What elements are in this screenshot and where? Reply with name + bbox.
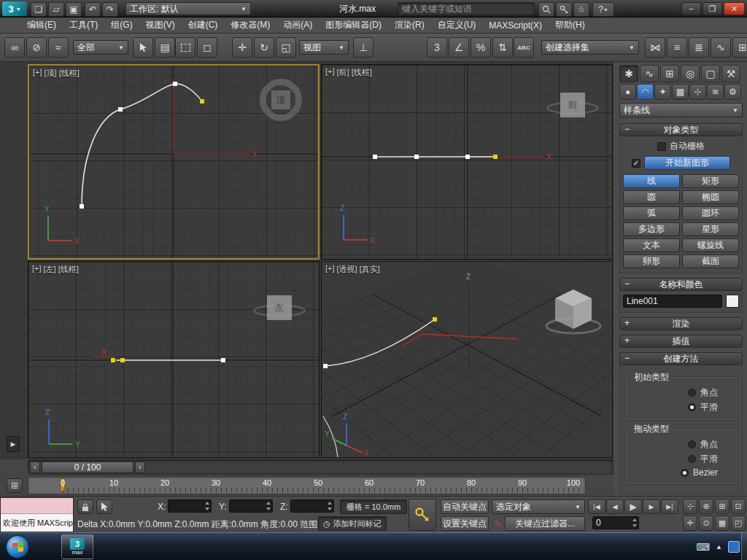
viewcube[interactable]: 前 (560, 93, 585, 117)
spinner-snap-button[interactable]: ⇅ (492, 37, 513, 58)
unlink-selection-button[interactable]: ⊘ (26, 37, 47, 58)
current-frame-field[interactable]: 0 (592, 516, 639, 529)
select-and-link-button[interactable]: ∞ (4, 37, 25, 58)
menu-modifiers[interactable]: 修改器(M) (224, 19, 276, 31)
spline-vertex-selected[interactable] (111, 358, 115, 362)
orbit-button[interactable]: ✛ (683, 516, 697, 531)
open-file-button[interactable]: ▱ (48, 2, 64, 17)
help-menu-button[interactable]: ?▼ (592, 2, 614, 17)
rollout-rendering-header[interactable]: + 渲染 (619, 317, 743, 330)
window-crossing-toggle[interactable]: ◻ (197, 37, 217, 58)
tab-display[interactable]: ▢ (701, 65, 720, 82)
search-input[interactable]: 键入关键字或短语 (398, 2, 535, 15)
zoom-extents-button[interactable]: ⊡ (731, 499, 746, 514)
play-button[interactable]: ▶ (624, 499, 642, 514)
angle-snap-button[interactable]: ∠ (449, 37, 469, 58)
x-coordinate-field[interactable] (168, 499, 212, 513)
undo-button[interactable]: ↶ (85, 2, 101, 17)
viewport-menu-shading[interactable]: [真实] (360, 264, 380, 275)
subtab-space-warps[interactable]: ≋ (707, 84, 724, 100)
menu-animation[interactable]: 动画(A) (276, 19, 319, 31)
time-slider-handle[interactable]: 0 / 100 (42, 462, 133, 473)
set-key-mode-button[interactable] (409, 499, 436, 531)
shape-button-ngon[interactable]: 多边形 (623, 222, 680, 236)
go-to-end-button[interactable]: ▶| (661, 499, 678, 514)
previous-frame-button[interactable]: ◀ (606, 499, 624, 514)
shape-button-helix[interactable]: 螺旋线 (682, 238, 739, 252)
viewport-menu-pov[interactable]: [顶] (44, 68, 57, 79)
named-selection-dropdown[interactable]: 创建选择集 ▼ (541, 40, 639, 55)
viewport-menu-general[interactable]: [+] (325, 264, 335, 275)
rollout-creation-method-header[interactable]: − 创建方法 (619, 352, 743, 365)
viewcube[interactable]: 左 (267, 295, 292, 320)
shape-button-donut[interactable]: 圆环 (682, 206, 739, 220)
viewport-menu-pov[interactable]: [前] (337, 67, 349, 78)
listener-macro-row[interactable] (1, 498, 73, 514)
radio-initial-smooth[interactable] (688, 403, 696, 411)
scene-explorer-expand-button[interactable]: ▶ (7, 436, 20, 452)
color-swatch[interactable] (726, 295, 739, 308)
tab-create[interactable]: ✱ (619, 65, 638, 82)
menu-create[interactable]: 创建(C) (182, 19, 225, 31)
workspace-dropdown[interactable]: 工作区: 默认 ▼ (125, 2, 251, 15)
shape-button-section[interactable]: 截面 (682, 254, 739, 268)
subtab-helpers[interactable]: ⊹ (689, 84, 706, 100)
radio-drag-corner[interactable] (688, 440, 696, 448)
spline-vertex-selected[interactable] (120, 358, 125, 362)
spline-vertex[interactable] (323, 364, 328, 368)
subtab-shapes[interactable]: ◠ (637, 84, 654, 100)
start-new-shape-button[interactable]: 开始新图形 (644, 156, 730, 170)
viewcube-face[interactable]: 前 (568, 98, 578, 112)
subtab-geometry[interactable]: ● (619, 84, 636, 100)
menu-rendering[interactable]: 渲染(R) (388, 19, 431, 31)
maximize-viewport-toggle[interactable]: ◰ (731, 516, 746, 531)
shape-button-rectangle[interactable]: 矩形 (682, 174, 739, 188)
track-bar[interactable]: 0 10 20 30 40 50 60 70 80 90 100 (28, 476, 586, 494)
viewport-menu-pov[interactable]: [透视] (337, 264, 357, 275)
select-and-move-button[interactable]: ✛ (232, 37, 252, 58)
add-time-tag[interactable]: ◷ 添加时间标记 (318, 516, 387, 531)
viewcube-face[interactable]: 顶 (271, 90, 290, 109)
bind-to-space-warp-button[interactable]: ≈ (48, 37, 69, 58)
select-and-rotate-button[interactable]: ↻ (254, 37, 274, 58)
shape-button-egg[interactable]: 卵形 (623, 254, 680, 268)
shape-button-text[interactable]: 文本 (623, 238, 680, 252)
viewcube-face[interactable]: 左 (275, 301, 285, 314)
edit-named-selections-button[interactable]: ABC (514, 37, 534, 58)
shape-button-star[interactable]: 星形 (682, 222, 739, 236)
tray-show-hidden-icon[interactable]: ▲ (716, 543, 722, 551)
next-frame-button[interactable]: ▶ (643, 499, 660, 514)
radio-initial-corner[interactable] (688, 389, 696, 397)
time-slider-prev-button[interactable]: ‹ (30, 462, 40, 473)
viewcube[interactable]: 顶 (260, 79, 302, 121)
close-button[interactable]: ✕ (724, 2, 745, 15)
field-of-view-button[interactable]: ⊙ (699, 516, 713, 531)
shape-button-ellipse[interactable]: 椭圆 (682, 190, 739, 204)
key-filters-button[interactable]: 关键点过滤器... (505, 516, 585, 531)
menu-help[interactable]: 帮助(H) (549, 19, 592, 31)
app-logo[interactable]: 3▼ (2, 1, 27, 16)
object-name-field[interactable]: Line001 (623, 295, 722, 308)
go-to-start-button[interactable]: |◀ (588, 499, 605, 514)
select-and-scale-button[interactable]: ◱ (276, 37, 296, 58)
subtab-systems[interactable]: ⚙ (724, 84, 741, 100)
align-button[interactable]: ≡ (667, 37, 687, 58)
subtab-cameras[interactable]: ▦ (672, 84, 689, 100)
z-coordinate-field[interactable] (290, 499, 334, 513)
set-key-button[interactable]: 设置关键点 (441, 516, 489, 531)
spline-vertex[interactable] (373, 155, 377, 159)
favorites-button[interactable]: ☆ (573, 2, 589, 17)
tab-modify[interactable]: ∿ (640, 65, 659, 82)
schematic-view-button[interactable]: ⊞ (732, 37, 747, 58)
tray-keyboard-icon[interactable]: ⌨ (696, 542, 710, 553)
layer-manager-button[interactable]: ≣ (689, 37, 709, 58)
zoom-region-button[interactable]: ▦ (715, 516, 729, 531)
taskbar-3dsmax-button[interactable]: 3 max (61, 534, 93, 559)
viewport-front[interactable]: X Z X 前 [+] [前] [线框] (321, 64, 613, 260)
shape-button-line[interactable]: 线 (623, 174, 680, 188)
spline-vertex[interactable] (414, 155, 419, 159)
save-file-button[interactable]: ▣ (66, 2, 82, 17)
radio-drag-bezier[interactable] (681, 469, 689, 477)
tab-utilities[interactable]: ⚒ (721, 65, 740, 82)
menu-views[interactable]: 视图(V) (139, 19, 182, 31)
